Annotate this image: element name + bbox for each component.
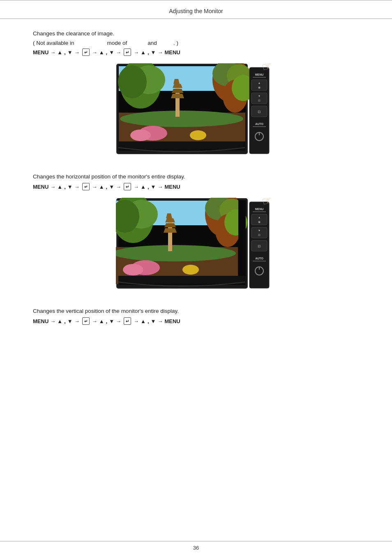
svg-rect-24 (253, 77, 266, 78)
svg-text:⊟: ⊟ (258, 234, 261, 236)
svg-text:⊟: ⊟ (258, 244, 261, 248)
main-content: Changes the clearance of image. ( Not av… (0, 19, 392, 541)
svg-text:AUTO: AUTO (255, 257, 263, 260)
enter-btn-6: ↵ (124, 317, 131, 325)
svg-marker-14 (172, 89, 183, 93)
svg-text:▲: ▲ (258, 81, 261, 84)
svg-point-55 (123, 264, 143, 275)
monitor-image-1: MENU ▲ ◉ ▼ ⊟ ⊟ AUTO (33, 63, 359, 162)
page-header: Adjusting the Monitor (0, 0, 392, 19)
svg-text:⊟: ⊟ (258, 110, 261, 114)
clearance-description: Changes the clearance of image. (33, 30, 359, 37)
not-available-line: ( Not available in mode of and . ) (33, 40, 359, 46)
svg-point-8 (118, 65, 147, 98)
svg-marker-51 (165, 218, 175, 222)
svg-text:▼: ▼ (258, 229, 261, 232)
svg-rect-63 (253, 211, 266, 212)
svg-marker-13 (173, 84, 182, 88)
svg-rect-21 (118, 141, 246, 150)
svg-rect-60 (238, 200, 246, 276)
monitor-svg-1: MENU ▲ ◉ ▼ ⊟ ⊟ AUTO (116, 63, 276, 162)
enter-btn-2: ↵ (124, 49, 131, 56)
svg-text:⊟: ⊟ (258, 99, 261, 102)
monitor-svg-2: MENU ▲ ◉ ▼ ⊟ ⊟ AUTO ☞ (116, 198, 276, 296)
enter-btn-4: ↵ (124, 183, 131, 190)
svg-text:▼: ▼ (258, 95, 261, 97)
page-number: 36 (193, 545, 199, 551)
svg-marker-15 (171, 94, 184, 98)
svg-text:◉: ◉ (258, 86, 261, 89)
horizontal-description: Changes the horizontal position of the m… (33, 173, 359, 180)
svg-point-48 (116, 245, 236, 261)
enter-btn-3: ↵ (82, 183, 90, 190)
page-footer: 36 (0, 541, 392, 555)
section-horizontal: Changes the horizontal position of the m… (33, 173, 359, 296)
svg-text:MENU: MENU (255, 73, 264, 76)
vertical-description: Changes the vertical position of the mon… (33, 308, 359, 314)
nav-sequence-1: MENU → ▲ , ▼ → ↵ → ▲ , ▼ → ↵ → ▲ , ▼ → M… (33, 49, 359, 56)
svg-point-56 (182, 265, 199, 275)
nav-sequence-2: MENU → ▲ , ▼ → ↵ → ▲ , ▼ → ↵ → ▲ , ▼ → M… (33, 183, 359, 190)
svg-marker-52 (164, 223, 176, 227)
nav-sequence-3: MENU → ▲ , ▼ → ↵ → ▲ , ▼ → ↵ → ▲ , ▼ → M… (33, 317, 359, 325)
svg-rect-73 (253, 261, 266, 261)
enter-btn-5: ↵ (82, 317, 90, 325)
section-vertical: Changes the vertical position of the mon… (33, 308, 359, 325)
svg-point-18 (190, 130, 206, 140)
svg-point-17 (130, 130, 151, 141)
page-container: Adjusting the Monitor Changes the cleara… (0, 0, 392, 555)
page-title: Adjusting the Monitor (169, 8, 223, 14)
svg-text:AUTO: AUTO (255, 123, 263, 125)
svg-marker-53 (164, 228, 177, 233)
enter-btn-1: ↵ (82, 49, 90, 56)
svg-rect-59 (118, 276, 246, 284)
svg-text:▲: ▲ (258, 216, 261, 219)
monitor-image-2: MENU ▲ ◉ ▼ ⊟ ⊟ AUTO ☞ (33, 198, 359, 296)
svg-text:◉: ◉ (258, 220, 261, 223)
svg-text:MENU: MENU (255, 208, 264, 210)
svg-point-10 (120, 111, 243, 127)
svg-rect-34 (253, 126, 266, 127)
section-clearance: Changes the clearance of image. ( Not av… (33, 30, 359, 162)
